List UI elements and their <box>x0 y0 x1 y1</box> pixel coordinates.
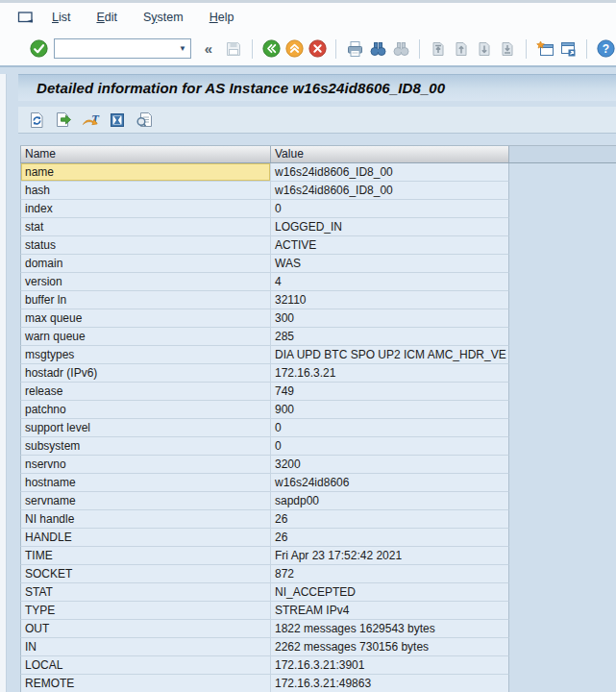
create-shortcut-button[interactable] <box>558 39 578 59</box>
row-value-cell[interactable]: 4 <box>271 273 509 291</box>
row-name-cell[interactable]: hash <box>20 182 271 200</box>
back-button[interactable] <box>261 39 281 59</box>
table-row[interactable]: index0 <box>20 200 509 218</box>
time-button[interactable] <box>108 111 127 130</box>
row-name-cell[interactable]: version <box>20 273 271 291</box>
row-name-cell[interactable]: patchno <box>20 401 271 419</box>
table-row[interactable]: support level0 <box>20 419 509 437</box>
cancel-button[interactable] <box>308 39 327 59</box>
row-name-cell[interactable]: HANDLE <box>20 529 271 547</box>
row-name-cell[interactable]: max queue <box>20 309 271 328</box>
row-value-cell[interactable]: 0 <box>271 200 509 218</box>
row-value-cell[interactable]: w16s24id8606 <box>271 474 509 492</box>
table-row[interactable]: nservno3200 <box>20 456 509 474</box>
row-value-cell[interactable]: 749 <box>271 383 509 401</box>
row-value-cell[interactable]: 172.16.3.21 <box>271 364 509 383</box>
row-name-cell[interactable]: STAT <box>20 583 271 602</box>
table-row[interactable]: IN2262 messages 730156 bytes <box>20 638 509 656</box>
save-button[interactable] <box>224 39 243 59</box>
command-field[interactable]: ▼ <box>54 38 191 59</box>
find-next-button[interactable] <box>391 39 410 59</box>
row-name-cell[interactable]: IN <box>20 638 271 656</box>
row-name-cell[interactable]: TIME <box>20 547 271 565</box>
table-row[interactable]: domainWAS <box>20 255 509 273</box>
row-name-cell[interactable]: hostadr (IPv6) <box>20 364 271 383</box>
command-input[interactable] <box>55 40 175 57</box>
table-row[interactable]: buffer ln32110 <box>20 291 509 309</box>
table-row[interactable]: release749 <box>20 383 509 401</box>
sort-button[interactable]: T <box>81 111 100 130</box>
row-name-cell-selected[interactable]: name <box>20 163 271 182</box>
help-button[interactable]: ? <box>596 39 615 59</box>
table-row[interactable]: statLOGGED_IN <box>20 218 509 236</box>
menu-item-list[interactable]: List <box>52 11 70 24</box>
row-name-cell[interactable]: nservno <box>20 456 271 474</box>
table-row[interactable]: subsystem0 <box>20 437 509 456</box>
row-value-cell[interactable]: 285 <box>271 328 509 346</box>
table-row[interactable]: hashw16s24id8606_ID8_00 <box>20 182 509 200</box>
row-name-cell[interactable]: msgtypes <box>20 346 271 364</box>
row-value-cell[interactable]: NI_ACCEPTED <box>271 583 509 602</box>
row-value-cell[interactable]: WAS <box>271 255 509 273</box>
row-value-cell[interactable]: 3200 <box>271 456 509 474</box>
row-value-cell[interactable]: DIA UPD BTC SPO UP2 ICM AMC_HDR_VE <box>271 346 509 364</box>
exit-button[interactable] <box>284 39 304 59</box>
row-name-cell[interactable]: LOCAL <box>20 656 271 675</box>
table-row[interactable]: OUT1822 messages 1629543 bytes <box>20 620 509 638</box>
table-row[interactable]: patchno900 <box>20 401 509 419</box>
row-value-cell[interactable]: sapdp00 <box>271 492 509 510</box>
print-button[interactable] <box>345 39 364 59</box>
first-page-button[interactable] <box>429 39 448 59</box>
table-row[interactable]: max queue300 <box>20 309 509 328</box>
table-row[interactable]: HANDLE26 <box>20 529 509 547</box>
row-name-cell[interactable]: warn queue <box>20 328 271 346</box>
last-page-button[interactable] <box>498 39 517 59</box>
find-button[interactable] <box>368 39 387 59</box>
table-row[interactable]: STATNI_ACCEPTED <box>20 583 509 602</box>
export-button[interactable] <box>54 111 73 130</box>
next-page-button[interactable] <box>475 39 494 59</box>
table-row[interactable]: TYPESTREAM IPv4 <box>20 602 509 620</box>
row-value-cell[interactable]: 872 <box>271 565 509 583</box>
table-row[interactable]: msgtypesDIA UPD BTC SPO UP2 ICM AMC_HDR_… <box>20 346 509 364</box>
table-row[interactable]: version4 <box>20 273 509 291</box>
table-row[interactable]: namew16s24id8606_ID8_00 <box>20 163 509 182</box>
command-dropdown-button[interactable]: ▼ <box>175 39 190 58</box>
row-name-cell[interactable]: index <box>20 200 271 218</box>
row-name-cell[interactable]: stat <box>20 218 271 236</box>
new-session-button[interactable] <box>535 39 554 59</box>
row-name-cell[interactable]: OUT <box>20 620 271 638</box>
row-value-cell[interactable]: 2262 messages 730156 bytes <box>271 638 509 656</box>
row-value-cell[interactable]: 1822 messages 1629543 bytes <box>271 620 509 638</box>
row-value-cell[interactable]: 172.16.3.21:49863 <box>271 675 509 692</box>
table-row[interactable]: NI handle26 <box>20 510 509 529</box>
row-name-cell[interactable]: NI handle <box>20 510 271 529</box>
row-name-cell[interactable]: support level <box>20 419 271 437</box>
row-name-cell[interactable]: servname <box>20 492 271 510</box>
enter-button[interactable] <box>29 39 48 59</box>
column-header-name[interactable]: Name <box>20 146 271 162</box>
table-row[interactable]: hostnamew16s24id8606 <box>20 474 509 492</box>
row-name-cell[interactable]: hostname <box>20 474 271 492</box>
row-name-cell[interactable]: buffer ln <box>20 291 271 309</box>
table-row[interactable]: TIMEFri Apr 23 17:52:42 2021 <box>20 547 509 565</box>
row-value-cell[interactable]: 300 <box>271 309 509 328</box>
table-row[interactable]: hostadr (IPv6)172.16.3.21 <box>20 364 509 383</box>
menu-item-system[interactable]: System <box>143 11 184 24</box>
details-button[interactable] <box>135 111 154 130</box>
row-value-cell[interactable]: w16s24id8606_ID8_00 <box>271 182 509 200</box>
column-header-value[interactable]: Value <box>271 146 509 162</box>
row-value-cell[interactable]: 0 <box>271 419 509 437</box>
row-value-cell[interactable]: ACTIVE <box>271 236 509 255</box>
table-row[interactable]: REMOTE172.16.3.21:49863 <box>20 675 509 692</box>
row-value-cell[interactable]: STREAM IPv4 <box>271 602 509 620</box>
row-value-cell[interactable]: Fri Apr 23 17:52:42 2021 <box>271 547 509 565</box>
row-value-cell[interactable]: w16s24id8606_ID8_00 <box>271 163 509 182</box>
row-value-cell[interactable]: 26 <box>271 510 509 529</box>
table-row[interactable]: statusACTIVE <box>20 236 509 255</box>
table-row[interactable]: LOCAL172.16.3.21:3901 <box>20 656 509 675</box>
row-name-cell[interactable]: status <box>20 236 271 255</box>
row-value-cell[interactable]: 32110 <box>271 291 509 309</box>
table-row[interactable]: servnamesapdp00 <box>20 492 509 510</box>
row-name-cell[interactable]: domain <box>20 255 271 273</box>
